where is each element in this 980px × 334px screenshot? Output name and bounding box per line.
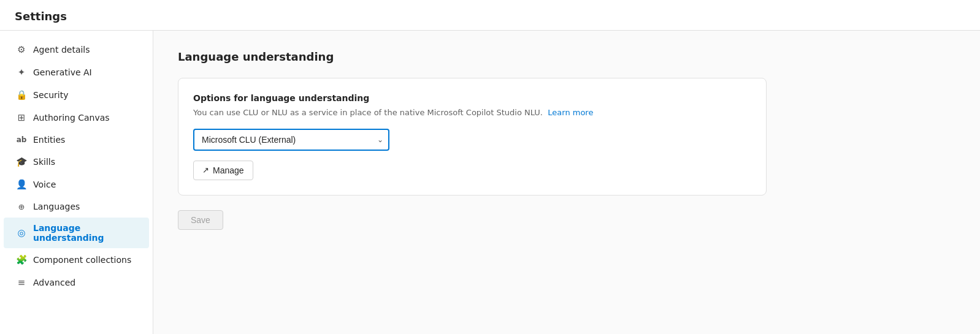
entities-icon: ab: [16, 135, 27, 144]
sidebar-item-language-understanding[interactable]: ◎ Language understanding: [4, 218, 149, 248]
app-container: Settings ⚙ Agent details ✦ Generative AI…: [0, 0, 980, 334]
sidebar-label-skills: Skills: [33, 157, 55, 167]
main-content: Language understanding Options for langu…: [153, 31, 980, 334]
sidebar-label-generative-ai: Generative AI: [33, 67, 92, 77]
sidebar-label-entities: Entities: [33, 135, 65, 145]
save-button[interactable]: Save: [178, 210, 223, 230]
content-area: ⚙ Agent details ✦ Generative AI 🔒 Securi…: [0, 31, 980, 334]
sidebar: ⚙ Agent details ✦ Generative AI 🔒 Securi…: [0, 31, 153, 334]
advanced-icon: ≡: [16, 277, 27, 288]
sidebar-label-languages: Languages: [33, 202, 80, 211]
language-understanding-dropdown[interactable]: Microsoft CLU (External) Default NLU: [193, 129, 389, 151]
language-understanding-icon: ◎: [16, 227, 27, 238]
sidebar-item-languages[interactable]: ⊕ Languages: [4, 196, 149, 217]
section-title: Language understanding: [178, 50, 955, 63]
manage-button[interactable]: ↗ Manage: [193, 161, 253, 180]
card-description: You can use CLU or NLU as a service in p…: [193, 107, 751, 119]
sidebar-label-advanced: Advanced: [33, 278, 75, 287]
skills-icon: 🎓: [16, 156, 27, 167]
sidebar-label-authoring-canvas: Authoring Canvas: [33, 113, 110, 123]
sidebar-item-advanced[interactable]: ≡ Advanced: [4, 271, 149, 294]
sidebar-item-authoring-canvas[interactable]: ⊞ Authoring Canvas: [4, 107, 149, 129]
sidebar-label-voice: Voice: [33, 180, 56, 189]
sidebar-item-generative-ai[interactable]: ✦ Generative AI: [4, 61, 149, 83]
external-link-icon: ↗: [202, 165, 209, 175]
sidebar-item-skills[interactable]: 🎓 Skills: [4, 151, 149, 173]
component-collections-icon: 🧩: [16, 254, 27, 265]
card-title: Options for language understanding: [193, 93, 751, 103]
authoring-canvas-icon: ⊞: [16, 112, 27, 123]
language-understanding-card: Options for language understanding You c…: [178, 78, 767, 195]
sidebar-item-security[interactable]: 🔒 Security: [4, 84, 149, 106]
sidebar-item-agent-details[interactable]: ⚙ Agent details: [4, 39, 149, 61]
sidebar-label-agent-details: Agent details: [33, 45, 90, 55]
sidebar-label-component-collections: Component collections: [33, 255, 131, 265]
languages-icon: ⊕: [16, 202, 27, 211]
page-header: Settings: [0, 0, 980, 31]
sidebar-label-language-understanding: Language understanding: [33, 223, 137, 243]
security-icon: 🔒: [16, 89, 27, 101]
sidebar-item-component-collections[interactable]: 🧩 Component collections: [4, 249, 149, 271]
sidebar-label-security: Security: [33, 90, 69, 100]
sidebar-item-entities[interactable]: ab Entities: [4, 129, 149, 150]
generative-ai-icon: ✦: [16, 67, 27, 78]
voice-icon: 👤: [16, 179, 27, 190]
learn-more-link[interactable]: Learn more: [548, 108, 593, 117]
dropdown-container: Microsoft CLU (External) Default NLU ⌄: [193, 129, 389, 151]
page-title: Settings: [15, 10, 965, 23]
agent-details-icon: ⚙: [16, 44, 27, 55]
sidebar-item-voice[interactable]: 👤 Voice: [4, 173, 149, 195]
